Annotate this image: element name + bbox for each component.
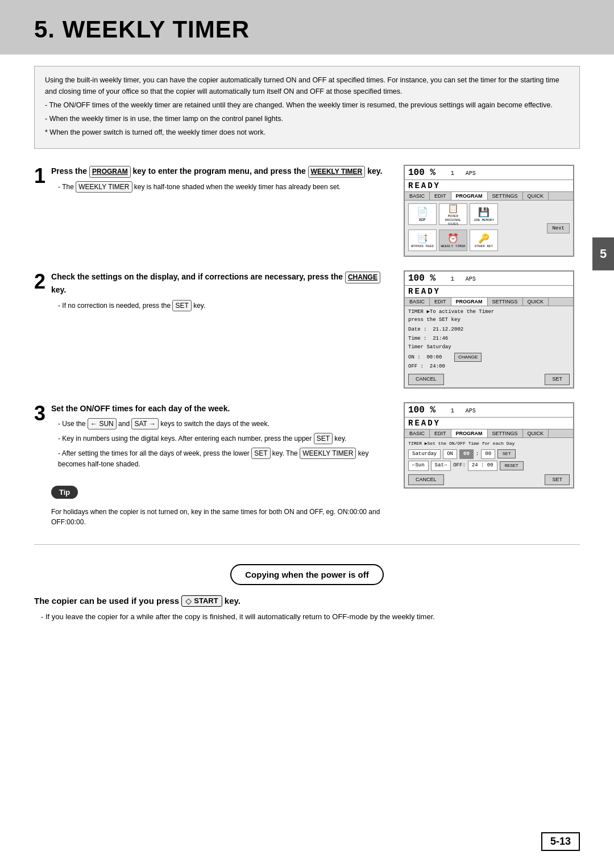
screen-3-ready-text: READY <box>408 419 441 428</box>
s3-tab-quick: QUICK <box>523 429 549 437</box>
intro-box: Using the built-in weekly timer, you can… <box>34 66 580 149</box>
icon-bypass-label: BYPASS FEED <box>411 244 434 248</box>
sat-key: SAT → <box>131 418 159 429</box>
s2-set-btn[interactable]: SET <box>545 374 570 385</box>
screen-2-aps: APS <box>466 276 476 282</box>
copy-off-section: Copying when the power is off The copier… <box>34 555 580 621</box>
screen-1-header: 100 % 1 APS <box>405 166 573 180</box>
s3-header-text: TIMER ▶Set the ON/OFF Time for each Day <box>408 440 570 447</box>
step-2-note: - If no correction is needed, press the … <box>51 300 387 311</box>
set-key-upper: SET <box>314 433 333 444</box>
side-tab: 5 <box>592 237 614 270</box>
step-2-row: 2 Check the settings on the display, and… <box>34 270 580 389</box>
screen-1: 100 % 1 APS READY BASIC EDIT PROGR <box>404 165 574 257</box>
screen-2-header: 100 % 1 APS <box>405 272 573 286</box>
s2-date: Date : 21.12.2002 <box>408 326 570 334</box>
s3-off-val: 24 : 00 <box>468 461 497 471</box>
s2-change-btn[interactable]: CHANGE <box>454 353 482 362</box>
s2-header-text: TIMER ▶To activate the Timer <box>408 308 570 316</box>
s2-off-label: OFF : <box>408 364 424 369</box>
s3-reset-btn[interactable]: RESET <box>500 461 524 470</box>
s2-time: Time : 21:46 <box>408 335 570 343</box>
step-3-note-3: - After setting the times for all the da… <box>51 448 387 469</box>
screen-3-tabs: BASIC EDIT PROGRAM SETTINGS QUICK <box>405 429 573 438</box>
icon-bypass: 📑 BYPASS FEED <box>408 229 437 251</box>
weekly-timer-icon: ⏰ <box>447 233 459 244</box>
start-key: ◇ START <box>181 595 222 607</box>
step-3-number: 3 <box>34 403 45 424</box>
tab-settings: SETTINGS <box>488 192 523 200</box>
tab-quick: QUICK <box>523 192 549 200</box>
step-1-left: 1 Press the PROGRAM key to enter the pro… <box>34 165 387 196</box>
screen-1-ready: READY <box>405 180 573 192</box>
s2-tab-basic: BASIC <box>405 298 430 306</box>
set-key-lower: SET <box>251 448 270 459</box>
screen-1-ready-text: READY <box>408 181 441 190</box>
screen-1-top-icons: 📄 ADF 📋 MIXEDORIGINAL SIZES 💾 <box>408 203 544 225</box>
s3-set-btn[interactable]: SET <box>545 474 570 486</box>
set-key-ref: SET <box>172 300 191 311</box>
screen-2-num: 1 <box>450 276 454 282</box>
page-container: 5. WEEKLY TIMER 5 Using the built-in wee… <box>0 0 614 868</box>
step-3-content: Set the ON/OFF times for each day of the… <box>51 402 387 531</box>
s3-tab-program: PROGRAM <box>451 429 488 437</box>
step-1-content: Press the PROGRAM key to enter the progr… <box>51 165 387 196</box>
s3-nav-left[interactable]: ←Sun <box>408 461 429 471</box>
screen-3-aps: APS <box>466 408 476 414</box>
icon-job-memory: 💾 JOB MEMORY <box>470 203 498 225</box>
s3-cancel-btn[interactable]: CANCEL <box>408 474 444 486</box>
screen-1-bottom-icons: 📑 BYPASS FEED ⏰ WEEKLY TIMER 🔑 <box>408 229 544 251</box>
s3-tab-basic: BASIC <box>405 429 430 437</box>
screen-3-header: 100 % 1 APS <box>405 403 573 418</box>
screen-1-aps: APS <box>466 170 476 177</box>
screen-1-tabs: BASIC EDIT PROGRAM SETTINGS QUICK <box>405 192 573 201</box>
s3-on-row: Saturday ON 00 : 00 SET <box>408 449 570 460</box>
step-1-title: Press the PROGRAM key to enter the progr… <box>51 165 387 178</box>
section-divider <box>34 544 580 545</box>
step-1-row: 1 Press the PROGRAM key to enter the pro… <box>34 165 580 257</box>
screen-1-next-btn: Next <box>547 223 570 233</box>
page-title: 5. WEEKLY TIMER <box>34 16 580 43</box>
copy-off-note: - If you leave the copier for a while af… <box>34 612 580 621</box>
mixed-icon: 📋 <box>447 203 459 214</box>
icon-adf: 📄 ADF <box>408 203 437 225</box>
s2-time-label: Time : <box>408 336 426 341</box>
s3-day-box: Saturday <box>408 449 441 460</box>
icon-weekly-timer-label: WEEKLY TIMER <box>441 244 465 248</box>
copy-off-heading-row: Copying when the power is off <box>34 555 580 590</box>
s2-tab-program: PROGRAM <box>451 298 488 306</box>
screen-1-icons-row: 📄 ADF 📋 MIXEDORIGINAL SIZES 💾 <box>408 203 570 253</box>
intro-line-3: - When the weekly timer is in use, the t… <box>45 113 569 124</box>
step-2-content: Check the settings on the display, and i… <box>51 270 387 315</box>
tip-text: For holidays when the copier is not turn… <box>51 507 387 527</box>
s3-set-upper[interactable]: SET <box>497 449 516 458</box>
step-3-left: 3 Set the ON/OFF times for each day of t… <box>34 402 387 531</box>
screen-1-num: 1 <box>450 170 454 177</box>
intro-line-4: * When the power switch is turned off, t… <box>45 127 569 138</box>
step-3-row: 3 Set the ON/OFF times for each day of t… <box>34 402 580 531</box>
page-number: 5-13 <box>541 832 580 851</box>
screen-3-num: 1 <box>450 407 454 414</box>
step-3-note-1: - Use the ← SUN and SAT → keys to switch… <box>51 418 387 429</box>
tab-program: PROGRAM <box>451 192 488 200</box>
main-content: Using the built-in weekly timer, you can… <box>0 55 614 655</box>
s2-date-label: Date : <box>408 327 426 332</box>
sun-key: ← SUN <box>88 418 117 429</box>
icon-other-key-label: OTHER KEY <box>475 244 493 248</box>
s2-btns: CANCEL SET <box>408 374 570 385</box>
screen-3-pct: 100 % <box>408 405 435 415</box>
s2-tab-settings: SETTINGS <box>488 298 523 306</box>
s3-btns: CANCEL SET <box>408 474 570 486</box>
screen-2-tabs: BASIC EDIT PROGRAM SETTINGS QUICK <box>405 298 573 306</box>
s2-sub-text: press the SET key <box>408 316 570 324</box>
copy-off-subheading: The copier can be used if you press ◇ ST… <box>34 595 580 607</box>
s2-on-value: 00:00 <box>426 354 442 360</box>
s3-nav-right[interactable]: Sat→ <box>431 461 451 471</box>
step-2-left: 2 Check the settings on the display, and… <box>34 270 387 315</box>
bypass-icon: 📑 <box>417 233 428 244</box>
screen-3: 100 % 1 APS READY BASIC EDIT PROGR <box>404 402 574 489</box>
intro-line-1: Using the built-in weekly timer, you can… <box>45 74 569 97</box>
s2-on: ON : 00:00 CHANGE <box>408 353 570 362</box>
s2-cancel-btn[interactable]: CANCEL <box>408 374 444 385</box>
screen-3-ready: READY <box>405 418 573 429</box>
